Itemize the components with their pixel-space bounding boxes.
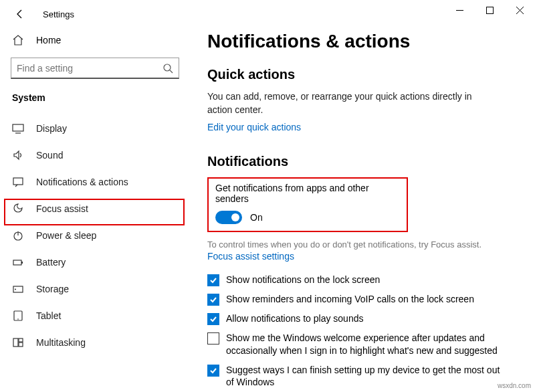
- sidebar-item-notifications[interactable]: Notifications & actions: [11, 169, 189, 195]
- search-input[interactable]: [17, 63, 163, 74]
- quick-actions-heading: Quick actions: [207, 67, 522, 82]
- sidebar-item-focus-assist[interactable]: Focus assist: [11, 195, 189, 222]
- svg-point-8: [15, 289, 16, 290]
- svg-rect-13: [19, 342, 23, 347]
- checkbox-label: Show me the Windows welcome experience a…: [226, 332, 502, 357]
- sidebar-item-sound[interactable]: Sound: [11, 142, 189, 169]
- checkbox-row: Show notifications on the lock screen: [207, 274, 502, 286]
- checkbox-label: Show reminders and incoming VoIP calls o…: [226, 293, 474, 306]
- checkbox-label: Suggest ways I can finish setting up my …: [226, 364, 502, 389]
- tablet-icon: [12, 310, 24, 322]
- sound-icon: [12, 149, 24, 161]
- svg-rect-12: [19, 338, 23, 342]
- window-title: Settings: [43, 9, 74, 19]
- notifications-icon: [12, 176, 24, 188]
- display-icon: [12, 122, 24, 134]
- sidebar-item-label: Display: [36, 123, 67, 134]
- checkbox-label: Allow notifications to play sounds: [226, 312, 363, 325]
- back-button[interactable]: [12, 6, 28, 22]
- home-icon: [12, 34, 24, 46]
- sidebar-item-label: Battery: [36, 257, 66, 268]
- notifications-toggle-state: On: [250, 212, 263, 223]
- svg-point-1: [164, 64, 171, 71]
- svg-rect-2: [13, 124, 23, 131]
- sidebar-item-battery[interactable]: Battery: [11, 249, 189, 276]
- svg-point-10: [17, 318, 19, 320]
- sidebar-item-label: Multitasking: [36, 337, 86, 348]
- edit-quick-actions-link[interactable]: Edit your quick actions: [207, 122, 301, 132]
- checkbox-setup-suggestions[interactable]: [207, 365, 219, 377]
- notifications-toggle-label: Get notifications from apps and other se…: [215, 183, 400, 204]
- svg-rect-5: [13, 260, 21, 265]
- battery-icon: [12, 256, 24, 268]
- window-controls: [445, 0, 535, 20]
- quick-actions-desc: You can add, remove, or rearrange your q…: [207, 90, 495, 116]
- page-title: Notifications & actions: [207, 31, 522, 52]
- sidebar-item-label: Notifications & actions: [36, 177, 128, 187]
- checkbox-row: Suggest ways I can finish setting up my …: [207, 364, 502, 389]
- focus-assist-hint: To control times when you do or don't ge…: [207, 239, 495, 251]
- search-icon: [163, 63, 173, 74]
- titlebar: Settings: [0, 0, 535, 28]
- arrow-left-icon: [15, 9, 25, 19]
- checkbox-play-sounds[interactable]: [207, 313, 219, 325]
- svg-rect-11: [13, 338, 18, 347]
- sidebar: Home System Display Sound Notifications …: [0, 28, 189, 392]
- checkbox-reminders-voip[interactable]: [207, 294, 219, 306]
- sidebar-item-home[interactable]: Home: [11, 28, 189, 52]
- sidebar-item-label: Sound: [36, 150, 63, 161]
- svg-rect-0: [487, 7, 494, 13]
- sidebar-item-label: Storage: [36, 284, 69, 294]
- checkbox-row: Allow notifications to play sounds: [207, 312, 502, 325]
- maximize-icon: [486, 7, 494, 14]
- sidebar-item-storage[interactable]: Storage: [11, 276, 189, 302]
- close-icon: [516, 7, 524, 14]
- checkbox-lock-screen-notifications[interactable]: [207, 274, 219, 286]
- notifications-checkbox-list: Show notifications on the lock screen Sh…: [207, 274, 522, 392]
- maximize-button[interactable]: [475, 0, 505, 20]
- close-button[interactable]: [505, 0, 535, 20]
- sidebar-item-power-sleep[interactable]: Power & sleep: [11, 222, 189, 249]
- sidebar-item-tablet[interactable]: Tablet: [11, 302, 189, 329]
- sidebar-section-header: System: [11, 92, 189, 103]
- svg-rect-6: [21, 262, 23, 264]
- sidebar-item-label: Power & sleep: [36, 230, 96, 241]
- focus-assist-settings-link[interactable]: Focus assist settings: [207, 251, 294, 262]
- svg-rect-3: [13, 178, 23, 185]
- power-icon: [12, 229, 24, 241]
- multitasking-icon: [12, 336, 24, 349]
- minimize-button[interactable]: [445, 0, 475, 20]
- sidebar-home-label: Home: [36, 35, 61, 45]
- checkbox-label: Show notifications on the lock screen: [226, 274, 380, 286]
- sidebar-item-multitasking[interactable]: Multitasking: [11, 329, 189, 356]
- annotation-highlight-content: Get notifications from apps and other se…: [207, 177, 408, 232]
- checkbox-row: Show reminders and incoming VoIP calls o…: [207, 293, 502, 306]
- storage-icon: [12, 283, 24, 295]
- watermark: wsxdn.com: [498, 382, 531, 389]
- minimize-icon: [456, 7, 463, 14]
- checkbox-row: Show me the Windows welcome experience a…: [207, 332, 502, 357]
- focus-assist-icon: [12, 203, 24, 215]
- checkbox-welcome-experience[interactable]: [207, 332, 219, 345]
- content-pane: Notifications & actions Quick actions Yo…: [189, 28, 535, 392]
- notifications-heading: Notifications: [207, 154, 522, 169]
- sidebar-item-label: Tablet: [36, 310, 61, 321]
- search-box[interactable]: [11, 58, 179, 79]
- sidebar-item-display[interactable]: Display: [11, 115, 189, 142]
- sidebar-item-label: Focus assist: [36, 203, 88, 214]
- notifications-toggle[interactable]: [215, 211, 242, 224]
